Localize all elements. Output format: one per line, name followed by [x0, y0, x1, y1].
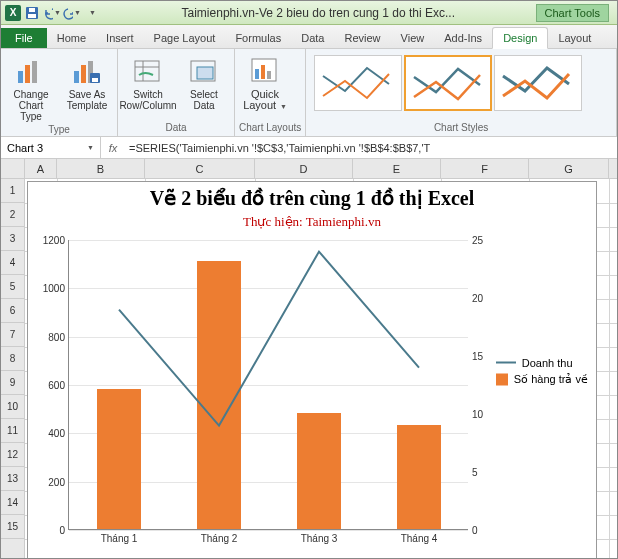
tab-layout[interactable]: Layout [548, 28, 601, 48]
qat-customize-icon[interactable]: ▼ [83, 4, 101, 22]
x-axis-tick: Tháng 4 [401, 529, 438, 544]
tab-data[interactable]: Data [291, 28, 334, 48]
column-header[interactable]: D [255, 159, 353, 178]
svg-rect-18 [261, 65, 265, 79]
switch-row-col-icon [132, 55, 164, 87]
column-header[interactable]: C [145, 159, 255, 178]
column-header[interactable]: E [353, 159, 441, 178]
formula-input[interactable]: =SERIES('Taimienphi.vn '!$C$3,'Taimienph… [125, 142, 617, 154]
select-data-button[interactable]: Select Data [178, 53, 230, 113]
y2-axis-tick: 15 [468, 351, 483, 362]
fx-icon[interactable]: fx [101, 142, 125, 154]
embedded-chart[interactable]: Vẽ 2 biểu đồ trên cùng 1 đồ thị Excel Th… [27, 181, 597, 559]
tab-home[interactable]: Home [47, 28, 96, 48]
y2-axis-tick: 20 [468, 293, 483, 304]
y2-axis-tick: 0 [468, 525, 478, 536]
redo-icon[interactable]: ▼ [63, 4, 81, 22]
row-header[interactable]: 2 [1, 203, 24, 227]
legend-box-icon [496, 373, 508, 385]
row-header[interactable]: 9 [1, 371, 24, 395]
save-as-template-button[interactable]: Save As Template [61, 53, 113, 113]
row-header[interactable]: 4 [1, 251, 24, 275]
ribbon-group-type: Change Chart Type Save As Template Type [1, 49, 118, 136]
column-header[interactable]: B [57, 159, 145, 178]
window-title: Taimienphi.vn-Ve 2 bieu do tren cung 1 d… [101, 6, 536, 20]
chart-subtitle[interactable]: Thực hiện: Taimienphi.vn [28, 214, 596, 230]
row-header[interactable]: 14 [1, 491, 24, 515]
row-header[interactable]: 3 [1, 227, 24, 251]
legend-line-icon [496, 362, 516, 364]
quick-access-toolbar: X ▼ ▼ ▼ [5, 4, 101, 22]
chart-style-1[interactable] [314, 55, 402, 111]
column-header[interactable]: A [25, 159, 57, 178]
ribbon-group-chart-layouts: Quick Layout ▼ Chart Layouts [235, 49, 306, 136]
tab-design[interactable]: Design [492, 27, 548, 49]
y2-axis-tick: 25 [468, 235, 483, 246]
y-axis-tick: 600 [48, 380, 69, 391]
svg-rect-4 [25, 65, 30, 83]
plot-area[interactable]: 0200400600800100012000510152025Tháng 1Th… [68, 240, 468, 530]
svg-rect-11 [135, 61, 159, 81]
legend-item-2[interactable]: Số hàng trả về [496, 373, 588, 386]
chart-legend[interactable]: Doanh thu Số hàng trả về [496, 353, 588, 390]
column-header[interactable]: G [529, 159, 609, 178]
svg-rect-6 [74, 71, 79, 83]
chart-line-series[interactable] [119, 252, 419, 426]
excel-app-icon[interactable]: X [5, 5, 21, 21]
svg-rect-10 [92, 78, 98, 82]
svg-rect-19 [267, 71, 271, 79]
undo-icon[interactable]: ▼ [43, 4, 61, 22]
ribbon-group-chart-styles: Chart Styles [306, 49, 617, 136]
y-axis-tick: 200 [48, 476, 69, 487]
y-axis-tick: 800 [48, 331, 69, 342]
svg-rect-2 [29, 8, 35, 12]
chart-style-3[interactable] [494, 55, 582, 111]
tab-formulas[interactable]: Formulas [225, 28, 291, 48]
x-axis-tick: Tháng 1 [101, 529, 138, 544]
y-axis-tick: 1200 [43, 235, 69, 246]
row-header[interactable]: 13 [1, 467, 24, 491]
ribbon: Change Chart Type Save As Template Type … [1, 49, 617, 137]
tab-view[interactable]: View [391, 28, 435, 48]
change-chart-type-icon [15, 55, 47, 87]
ribbon-tabs: File Home Insert Page Layout Formulas Da… [1, 25, 617, 49]
row-header[interactable]: 7 [1, 323, 24, 347]
row-header[interactable]: 1 [1, 179, 24, 203]
chart-style-2[interactable] [404, 55, 492, 111]
grid-area[interactable]: Vẽ 2 biểu đồ trên cùng 1 đồ thị Excel Th… [25, 179, 617, 559]
change-chart-type-button[interactable]: Change Chart Type [5, 53, 57, 124]
select-all-corner[interactable] [1, 159, 25, 179]
name-box[interactable]: Chart 3▼ [1, 137, 101, 158]
ribbon-group-data: Switch Row/Column Select Data Data [118, 49, 235, 136]
row-header[interactable]: 10 [1, 395, 24, 419]
tab-insert[interactable]: Insert [96, 28, 144, 48]
switch-row-column-button[interactable]: Switch Row/Column [122, 53, 174, 113]
legend-item-1[interactable]: Doanh thu [496, 357, 588, 369]
title-bar: X ▼ ▼ ▼ Taimienphi.vn-Ve 2 bieu do tren … [1, 1, 617, 25]
tab-page-layout[interactable]: Page Layout [144, 28, 226, 48]
quick-layout-button[interactable]: Quick Layout ▼ [239, 53, 291, 114]
row-header[interactable]: 15 [1, 515, 24, 539]
y-axis-tick: 0 [59, 525, 69, 536]
save-icon[interactable] [23, 4, 41, 22]
chart-tools-contextual-tab: Chart Tools [536, 4, 609, 22]
column-header[interactable]: F [441, 159, 529, 178]
row-header[interactable]: 8 [1, 347, 24, 371]
svg-rect-5 [32, 61, 37, 83]
x-axis-tick: Tháng 2 [201, 529, 238, 544]
tab-add-ins[interactable]: Add-Ins [434, 28, 492, 48]
y-axis-tick: 1000 [43, 283, 69, 294]
row-header[interactable]: 12 [1, 443, 24, 467]
tab-review[interactable]: Review [334, 28, 390, 48]
tab-file[interactable]: File [1, 28, 47, 48]
row-header[interactable]: 6 [1, 299, 24, 323]
row-header[interactable]: 11 [1, 419, 24, 443]
y2-axis-tick: 10 [468, 409, 483, 420]
quick-layout-icon [249, 55, 281, 87]
svg-rect-3 [18, 71, 23, 83]
svg-rect-15 [197, 67, 213, 79]
column-headers: ABCDEFG [25, 159, 617, 179]
row-header[interactable]: 5 [1, 275, 24, 299]
worksheet: 123456789101112131415 Vẽ 2 biểu đồ trên … [1, 179, 617, 559]
chart-title[interactable]: Vẽ 2 biểu đồ trên cùng 1 đồ thị Excel [28, 182, 596, 214]
